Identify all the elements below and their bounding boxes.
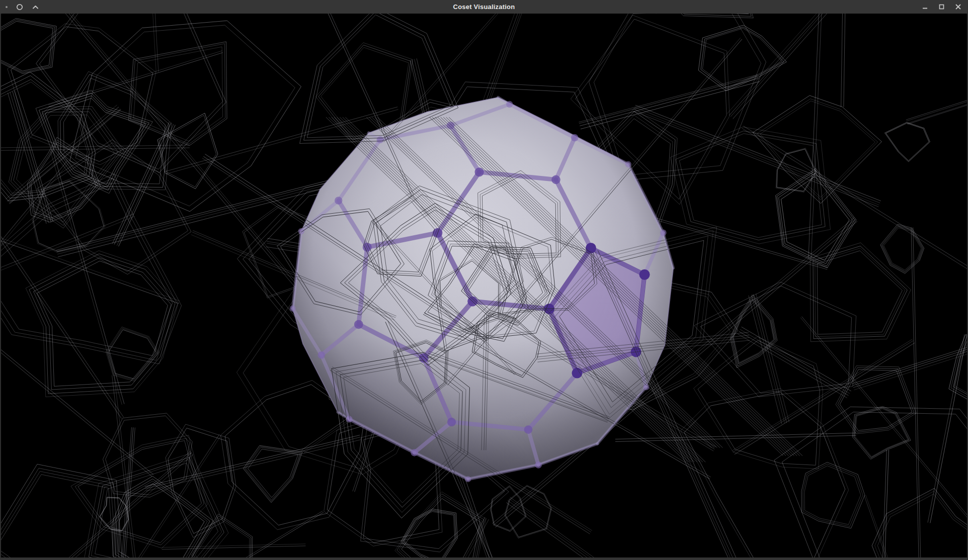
window-bottom-border: [0, 557, 968, 560]
circle-icon[interactable]: [16, 4, 23, 11]
titlebar: Coset Visualization: [0, 0, 968, 14]
chevron-up-icon[interactable]: [32, 4, 39, 11]
maximize-icon: [938, 3, 945, 11]
app-window: Coset Visualization: [0, 0, 968, 560]
close-button[interactable]: [953, 2, 963, 12]
close-icon: [954, 3, 962, 11]
window-title: Coset Visualization: [0, 0, 968, 14]
viewport-canvas[interactable]: [1, 14, 967, 557]
maximize-button[interactable]: [937, 2, 946, 12]
titlebar-left-icons: [0, 4, 39, 11]
minimize-button[interactable]: [920, 2, 930, 12]
indicator-dot-icon: [6, 6, 8, 8]
viewport: [0, 14, 968, 557]
window-controls: [920, 2, 968, 12]
minimize-icon: [921, 3, 929, 11]
